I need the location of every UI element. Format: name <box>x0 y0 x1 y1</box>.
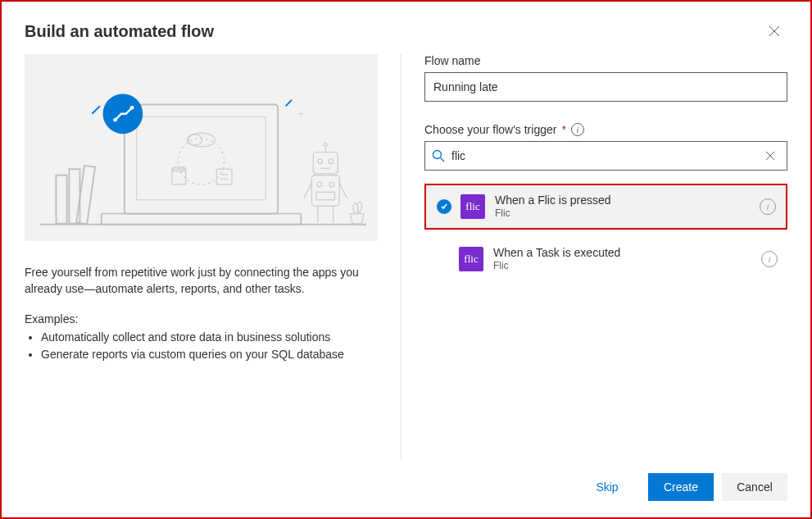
trigger-label: Choose your flow's trigger * i <box>424 123 787 136</box>
trigger-list: flic When a Flic is pressed Flic i flic … <box>424 184 787 282</box>
svg-rect-0 <box>56 175 66 224</box>
svg-text:+: + <box>298 107 305 120</box>
example-item: Automatically collect and store data in … <box>41 329 378 346</box>
info-icon[interactable]: i <box>571 123 584 136</box>
trigger-title: When a Task is executed <box>493 246 761 261</box>
right-column: Flow name Choose your flow's trigger * i <box>401 54 787 460</box>
modal-body: + <box>2 54 810 460</box>
modal-header: Build an automated flow <box>2 2 810 54</box>
trigger-connector: Flic <box>493 260 761 272</box>
svg-point-11 <box>188 134 202 145</box>
flow-name-input[interactable] <box>424 72 787 102</box>
info-icon[interactable]: i <box>761 251 778 267</box>
examples-list: Automatically collect and store data in … <box>25 329 378 363</box>
trigger-title: When a Flic is pressed <box>495 193 760 208</box>
svg-point-12 <box>178 139 224 184</box>
svg-rect-5 <box>125 105 278 214</box>
svg-rect-27 <box>316 192 334 199</box>
svg-point-34 <box>130 106 134 110</box>
flic-connector-icon: flic <box>459 247 483 271</box>
svg-point-20 <box>329 159 333 164</box>
svg-line-7 <box>92 106 99 113</box>
svg-rect-18 <box>313 153 338 174</box>
trigger-item-task-executed[interactable]: flic When a Task is executed Flic i <box>424 236 787 282</box>
close-icon <box>769 25 780 37</box>
skip-button[interactable]: Skip <box>574 473 640 501</box>
close-icon <box>765 151 775 161</box>
modal-title: Build an automated flow <box>25 22 214 41</box>
close-button[interactable] <box>761 18 787 44</box>
svg-point-25 <box>317 182 322 187</box>
checkmark-icon <box>437 199 451 214</box>
modal-footer: Skip Create Cancel <box>2 460 810 517</box>
flow-name-label: Flow name <box>424 54 787 67</box>
svg-line-28 <box>304 183 311 198</box>
info-icon[interactable]: i <box>760 198 776 215</box>
build-automated-flow-modal: Build an automated flow <box>0 0 812 519</box>
svg-point-26 <box>329 182 334 187</box>
cancel-button[interactable]: Cancel <box>722 473 787 501</box>
svg-rect-24 <box>311 175 339 206</box>
svg-line-8 <box>286 100 292 106</box>
left-column: + <box>25 54 401 460</box>
trigger-search[interactable] <box>424 141 787 171</box>
svg-point-35 <box>433 151 442 159</box>
description-text: Free yourself from repetitive work just … <box>25 264 378 298</box>
svg-point-23 <box>324 143 327 146</box>
trigger-radio[interactable] <box>433 199 456 214</box>
example-item: Generate reports via custom queries on y… <box>41 346 378 363</box>
svg-point-33 <box>113 118 117 122</box>
illustration: + <box>25 54 378 241</box>
clear-search-button[interactable] <box>760 146 780 166</box>
svg-line-29 <box>339 183 347 198</box>
examples-label: Examples: <box>25 312 378 326</box>
svg-point-19 <box>318 159 323 164</box>
svg-rect-6 <box>137 117 265 200</box>
trigger-item-flic-pressed[interactable]: flic When a Flic is pressed Flic i <box>424 184 787 230</box>
search-icon <box>432 149 445 162</box>
flic-connector-icon: flic <box>460 194 485 219</box>
svg-line-36 <box>441 158 445 162</box>
trigger-search-input[interactable] <box>445 142 760 170</box>
svg-rect-1 <box>69 169 79 224</box>
trigger-connector: Flic <box>495 207 760 220</box>
svg-rect-3 <box>102 214 302 225</box>
create-button[interactable]: Create <box>648 473 714 501</box>
required-asterisk: * <box>561 123 565 136</box>
